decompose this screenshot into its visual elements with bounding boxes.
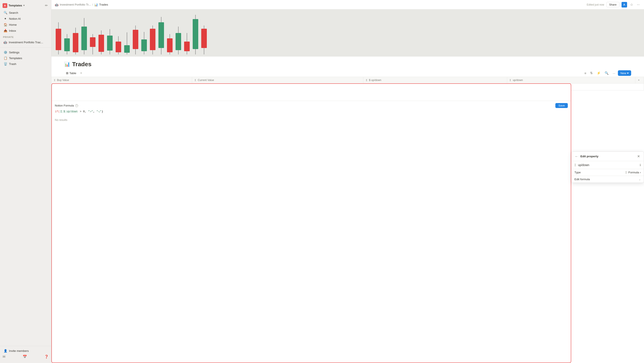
- sidebar-item-templates[interactable]: 📋 Templates: [1, 55, 50, 61]
- formula-help-icon[interactable]: ?: [75, 104, 78, 107]
- table-icon: ⊞: [66, 71, 68, 75]
- wick-top: [144, 32, 144, 40]
- ep-name-input[interactable]: [578, 163, 638, 167]
- candlestick: [73, 28, 78, 55]
- sidebar-item-settings[interactable]: ⚙️ Settings: [1, 50, 50, 55]
- sidebar-item-search[interactable]: 🔍 Search: [1, 10, 50, 16]
- formula-label-text: Notion Formula: [55, 104, 74, 107]
- wick-bottom: [195, 49, 196, 55]
- candle-body: [201, 29, 207, 48]
- formula-editor-top: [52, 84, 571, 101]
- mail-icon[interactable]: ✉: [2, 355, 5, 359]
- sidebar-item-label: Inbox: [9, 29, 16, 32]
- invite-members-button[interactable]: 👤 Invite members: [1, 348, 50, 353]
- candle-body: [124, 45, 130, 53]
- candle-body: [158, 22, 164, 48]
- col-header-dollar-updown[interactable]: Σ $ up/down: [363, 77, 507, 84]
- candlestick: [64, 34, 70, 55]
- new-page-button[interactable]: ✏: [44, 3, 48, 8]
- formula-str1: "↗": [88, 110, 93, 113]
- workspace-icon: A: [2, 3, 7, 8]
- add-view-button[interactable]: +: [79, 71, 83, 76]
- avatar[interactable]: A: [622, 2, 627, 8]
- notion-ai-icon: ✦: [4, 17, 7, 20]
- sidebar-item-notion-ai[interactable]: ✦ Notion AI: [1, 16, 50, 22]
- wick-top: [170, 34, 170, 38]
- filter-button[interactable]: ≡: [583, 71, 588, 76]
- sidebar-item-investment[interactable]: 🤖 Investment Portfolio Trac...: [1, 40, 50, 45]
- sidebar-section-private: Private: [0, 34, 51, 39]
- workspace-switcher[interactable]: A Templates ▾: [2, 3, 24, 8]
- candle-body: [184, 42, 190, 51]
- col-header-updown[interactable]: Σ up/down: [507, 77, 635, 84]
- candle-body: [56, 29, 61, 50]
- formula-comma: ,: [93, 110, 96, 113]
- help-icon[interactable]: ❓: [44, 355, 48, 359]
- breadcrumb-current-icon: 📊: [94, 3, 98, 7]
- sort-button[interactable]: ⇅: [589, 70, 594, 76]
- candlestick: [116, 36, 121, 55]
- view-label: Table: [69, 72, 76, 75]
- wick-top: [67, 34, 67, 38]
- ep-type-sigma: Σ: [625, 171, 627, 174]
- add-column-button[interactable]: +: [636, 77, 644, 84]
- sidebar-item-home[interactable]: 🏠 Home: [1, 22, 50, 28]
- wick-bottom: [58, 50, 59, 55]
- formula-label-row: Notion Formula ? Save: [52, 101, 571, 109]
- formula-ref: Σ $ up/down: [60, 110, 78, 113]
- sigma-icon: Σ: [194, 79, 196, 81]
- automate-button[interactable]: ⚡: [596, 70, 602, 76]
- wick-top: [101, 31, 102, 35]
- wick-bottom: [92, 47, 93, 55]
- trash-icon: 🗑️: [4, 62, 7, 66]
- ep-type-value-label: Formula: [628, 171, 639, 174]
- share-button[interactable]: Share: [606, 2, 620, 7]
- candlestick-chart: [52, 10, 644, 57]
- ep-edit-formula-row[interactable]: Edit formula ⌄: [572, 176, 644, 183]
- wick-bottom: [75, 52, 76, 55]
- candle-body: [150, 29, 156, 50]
- ep-info-icon[interactable]: ℹ: [640, 163, 641, 167]
- workspace-label: Templates: [8, 4, 22, 7]
- sidebar-top: A Templates ▾ ✏: [0, 2, 51, 9]
- candle-body: [176, 33, 181, 50]
- wick-top: [58, 22, 59, 29]
- sidebar-item-trash[interactable]: 🗑️ Trash: [1, 61, 50, 67]
- formula-code-area[interactable]: if(Σ $ up/down > 0, "↗", "↘"): [52, 109, 571, 115]
- col-header-buy-value[interactable]: Σ Buy Value: [52, 77, 192, 84]
- search-db-button[interactable]: 🔍: [603, 70, 610, 76]
- candlestick: [98, 31, 104, 55]
- col-label: Current Value: [198, 79, 214, 82]
- wick-bottom: [187, 51, 187, 55]
- ep-type-value-button[interactable]: Σ Formula ›: [625, 171, 641, 174]
- wick-top: [152, 26, 153, 29]
- workspace-dropdown-icon: ▾: [23, 4, 24, 7]
- new-record-button[interactable]: New ▾: [618, 70, 631, 76]
- candlestick: [90, 34, 96, 55]
- ep-edit-formula-chevron: ⌄: [639, 178, 641, 181]
- more-db-button[interactable]: ···: [611, 71, 616, 76]
- calendar-icon[interactable]: 📅: [23, 355, 27, 359]
- breadcrumb-separator: /: [92, 3, 93, 6]
- formula-save-button[interactable]: Save: [555, 103, 568, 108]
- sigma-icon: Σ: [366, 79, 368, 81]
- ep-type-row: Type Σ Formula ›: [572, 169, 644, 176]
- ep-type-label: Type: [574, 171, 581, 174]
- ep-back-button[interactable]: ←: [574, 154, 579, 159]
- candle-body: [167, 38, 172, 52]
- col-header-current-value[interactable]: Σ Current Value: [192, 77, 363, 84]
- more-options-button[interactable]: ···: [636, 2, 640, 8]
- candlestick: [56, 22, 61, 55]
- sidebar-bottom: 👤 Invite members ✉ 📅 ❓: [0, 346, 51, 361]
- ep-close-button[interactable]: ✕: [636, 154, 641, 159]
- col-label: $ up/down: [369, 79, 381, 82]
- candle-body: [64, 38, 70, 51]
- inbox-icon: 📥: [4, 29, 7, 32]
- table-view-button[interactable]: ⊞ Table: [64, 71, 78, 76]
- breadcrumb-parent-label[interactable]: Investment Portfolio Tr...: [60, 3, 91, 6]
- sidebar-item-inbox[interactable]: 📥 Inbox: [1, 28, 50, 34]
- star-button[interactable]: ☆: [629, 2, 634, 8]
- wick-top: [127, 32, 127, 45]
- wick-bottom: [135, 49, 136, 55]
- ep-name-row: Σ ℹ: [572, 161, 644, 169]
